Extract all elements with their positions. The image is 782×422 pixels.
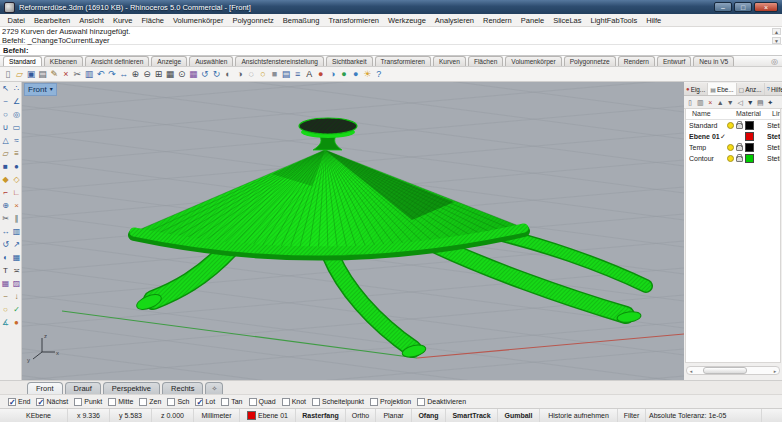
help-icon[interactable]: ?: [373, 68, 385, 81]
sun-icon[interactable]: ☀: [361, 68, 373, 81]
zoom-window-icon[interactable]: ⊞: [153, 68, 165, 81]
toolbar-tab-volumenk-rper[interactable]: Volumenkörper: [505, 56, 561, 66]
layer-row-contour[interactable]: ContourStetig: [686, 153, 780, 164]
new-layer-icon[interactable]: ▯: [686, 97, 695, 108]
render-tools-icon[interactable]: ●: [11, 316, 22, 329]
layer-color-swatch[interactable]: [745, 154, 756, 164]
toolbar-tab-polygonnetze[interactable]: Polygonnetze: [564, 56, 616, 66]
layer-row-temp[interactable]: TempStetig: [686, 142, 780, 153]
scroll-right-icon[interactable]: ▸: [771, 368, 779, 374]
save-icon[interactable]: ▣: [25, 68, 37, 81]
osnap-deaktivieren[interactable]: Deaktivieren: [417, 398, 466, 406]
toolbar-tab-neu-in-v5[interactable]: Neu in V5: [693, 56, 734, 66]
osnap-projektion-checkbox[interactable]: [370, 398, 378, 406]
status-cplane[interactable]: KEbene: [10, 409, 68, 422]
new-file-icon[interactable]: ▯: [2, 68, 14, 81]
status-record-history[interactable]: Historie aufnehmen: [540, 409, 618, 422]
select-arrow-icon[interactable]: ↖: [0, 82, 11, 95]
command-history[interactable]: 2729 Kurven der Auswahl hinzugefügt. Bef…: [0, 27, 782, 45]
viewport-tab-front[interactable]: Front: [27, 382, 63, 394]
cut-icon[interactable]: ✂: [72, 68, 84, 81]
viewport-tab-drauf[interactable]: Drauf: [65, 382, 101, 394]
fillet-icon[interactable]: ⌐: [0, 186, 11, 199]
points-on-icon[interactable]: ∴: [11, 82, 22, 95]
osnap-naechst[interactable]: ✓Nächst: [36, 398, 68, 406]
copy-icon[interactable]: ▥: [83, 68, 95, 81]
panel-tab-ebenen[interactable]: ▤Ebe...: [708, 83, 736, 95]
rotate-view-icon[interactable]: ↺: [199, 68, 211, 81]
render-icon[interactable]: ●: [315, 68, 327, 81]
layer-visibility-bulb-icon[interactable]: [727, 122, 736, 130]
toolbar-tab-transformieren[interactable]: Transformieren: [375, 56, 431, 66]
new-viewport-tab-icon[interactable]: ✧: [205, 382, 223, 394]
ellipse-icon[interactable]: ◎: [11, 108, 22, 121]
chamfer-icon[interactable]: ∟: [11, 186, 22, 199]
menu-item-volumenk-rper[interactable]: Volumenkörper: [169, 16, 228, 25]
copy-object-icon[interactable]: ▥: [11, 225, 22, 238]
redo-view-icon[interactable]: ↻: [211, 68, 223, 81]
osnap-lot-checkbox[interactable]: ✓: [195, 398, 203, 406]
toolbar-tab-anzeige[interactable]: Anzeige: [151, 56, 187, 66]
viewport-tab-perspektive[interactable]: Perspektive: [103, 382, 160, 394]
panel-tab-eigenschaften[interactable]: ●Eig...: [684, 83, 708, 95]
toolbar-tab-ausw-hlen[interactable]: Auswählen: [189, 56, 233, 66]
status-osnap[interactable]: Ofang: [412, 409, 446, 422]
curve-from-object-icon[interactable]: ~: [0, 290, 11, 303]
osnap-knot-checkbox[interactable]: [282, 398, 290, 406]
close-button-icon[interactable]: ×: [754, 2, 778, 12]
menu-item-fl-che[interactable]: Fläche: [137, 16, 169, 25]
duplicate-layer-icon[interactable]: ▥: [696, 97, 705, 108]
osnap-scheitelpunkt-checkbox[interactable]: [312, 398, 320, 406]
osnap-zen[interactable]: Zen: [139, 398, 161, 406]
viewport-title[interactable]: Front ▾: [24, 83, 57, 96]
polygon-icon[interactable]: △: [0, 134, 11, 147]
toolbar-tab-ansichtsfenstereinstellung[interactable]: Ansichtsfenstereinstellung: [235, 56, 324, 66]
undo-icon[interactable]: ↶: [95, 68, 107, 81]
viewport-front[interactable]: z x y Front ▾: [22, 82, 685, 380]
status-units[interactable]: Millimeter: [194, 409, 240, 422]
toolbar-tab-sichtbarkeit[interactable]: Sichtbarkeit: [326, 56, 372, 66]
wireframe-view-icon[interactable]: ◌: [245, 68, 257, 81]
polyline-icon[interactable]: ∠: [11, 95, 22, 108]
toolbar-tab-kebenen[interactable]: KEbenen: [44, 56, 83, 66]
mesh-icon[interactable]: ▦: [0, 277, 11, 290]
menu-item-werkzeuge[interactable]: Werkzeuge: [384, 16, 431, 25]
scroll-down-icon[interactable]: ▼: [772, 37, 781, 44]
open-file-icon[interactable]: ▱: [14, 68, 26, 81]
circle-icon[interactable]: ○: [0, 108, 11, 121]
maximize-button-icon[interactable]: □: [734, 2, 752, 12]
shaded-view-icon[interactable]: ◑: [234, 68, 246, 81]
material-icon[interactable]: ●: [338, 68, 350, 81]
move-layer-down-icon[interactable]: ▼: [726, 97, 735, 108]
osnap-naechst-checkbox[interactable]: ✓: [36, 398, 44, 406]
scroll-left-icon[interactable]: ◂: [687, 368, 695, 374]
menu-item-rendern[interactable]: Rendern: [479, 16, 517, 25]
osnap-tan-checkbox[interactable]: [221, 398, 229, 406]
osnap-end[interactable]: ✓End: [8, 398, 30, 406]
toolbar-options-gear-icon[interactable]: ◎: [771, 57, 778, 66]
osnap-quad-checkbox[interactable]: [249, 398, 257, 406]
join-icon[interactable]: ⊕: [0, 199, 11, 212]
scroll-up-icon[interactable]: ▲: [772, 28, 781, 35]
box-icon[interactable]: ■: [0, 160, 11, 173]
menu-item-hilfe[interactable]: Hilfe: [642, 16, 666, 25]
loft-icon[interactable]: ≡: [11, 147, 22, 160]
zoom-extents-icon[interactable]: ▦: [164, 68, 176, 81]
arc-icon[interactable]: ∪: [0, 121, 11, 134]
zoom-out-icon[interactable]: ⊖: [141, 68, 153, 81]
osnap-mitte-checkbox[interactable]: [108, 398, 116, 406]
check-objects-icon[interactable]: ✓: [11, 303, 22, 316]
move-icon[interactable]: ↔: [0, 225, 11, 238]
toolbar-tab-kurven[interactable]: Kurven: [433, 56, 466, 66]
menu-item-panele[interactable]: Panele: [516, 16, 548, 25]
panel-horizontal-scrollbar[interactable]: ◂ ▸: [686, 366, 780, 375]
chevron-down-icon[interactable]: ▾: [50, 84, 53, 95]
menu-item-kurve[interactable]: Kurve: [108, 16, 137, 25]
menu-item-polygonnetz[interactable]: Polygonnetz: [228, 16, 278, 25]
osnap-punkt-checkbox[interactable]: [74, 398, 82, 406]
osnap-scheitelpunkt[interactable]: Scheitelpunkt: [312, 398, 364, 406]
layer-lock-icon[interactable]: [736, 144, 745, 151]
dimension-icon[interactable]: ≍: [11, 264, 22, 277]
status-grid-snap[interactable]: Rasterfang: [296, 409, 346, 422]
menu-item-slicelas[interactable]: SliceLas: [549, 16, 586, 25]
